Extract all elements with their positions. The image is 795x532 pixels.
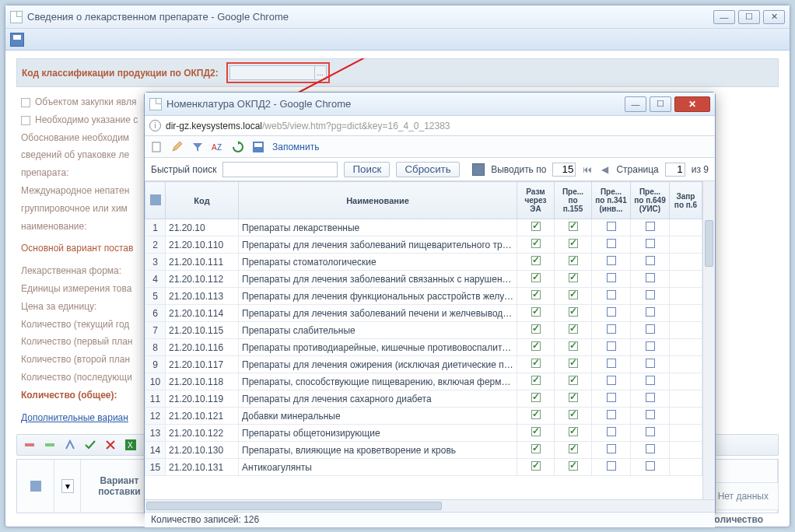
cell-p155[interactable] — [555, 442, 592, 459]
cell-p155[interactable] — [555, 322, 592, 339]
table-row[interactable]: 921.20.10.117Препараты для лечения ожире… — [145, 356, 715, 373]
save-layout-icon[interactable] — [252, 141, 264, 153]
cell-p341[interactable] — [592, 339, 631, 356]
perpage-input[interactable] — [552, 163, 576, 177]
reset-button[interactable]: Сбросить — [396, 162, 459, 177]
cell-p155[interactable] — [555, 356, 592, 373]
cell-p341[interactable] — [592, 425, 631, 442]
excel-icon[interactable]: X — [124, 439, 137, 451]
cell-ea[interactable] — [517, 459, 555, 476]
checkmark-icon[interactable] — [84, 439, 96, 451]
cell-p155[interactable] — [555, 271, 592, 288]
cell-zapr[interactable] — [670, 442, 702, 459]
checkbox[interactable] — [21, 98, 30, 107]
url[interactable]: dir-gz.keysystems.local/web5/view.htm?pg… — [166, 121, 450, 131]
delete-icon[interactable] — [104, 439, 117, 451]
cell-p341[interactable] — [592, 322, 631, 339]
table-row[interactable]: 1221.20.10.121Добавки минеральные — [145, 408, 715, 425]
cell-p341[interactable] — [592, 373, 631, 390]
close-button[interactable]: ✕ — [674, 96, 710, 112]
cell-p649[interactable] — [631, 305, 670, 322]
cell-p649[interactable] — [631, 425, 670, 442]
page-input[interactable] — [665, 163, 685, 177]
cell-ea[interactable] — [517, 254, 555, 271]
cell-p155[interactable] — [555, 373, 592, 390]
cell-p649[interactable] — [631, 322, 670, 339]
remember-link[interactable]: Запомнить — [272, 142, 319, 152]
cell-p649[interactable] — [631, 390, 670, 408]
cell-zapr[interactable] — [670, 271, 702, 288]
cell-p341[interactable] — [592, 390, 631, 408]
cell-ea[interactable] — [517, 408, 555, 425]
close-button[interactable]: ✕ — [763, 10, 785, 24]
table-row[interactable]: 621.20.10.114Препараты для лечения забол… — [145, 305, 715, 322]
filter-icon[interactable] — [191, 141, 204, 153]
cell-zapr[interactable] — [670, 339, 702, 356]
cell-ea[interactable] — [517, 390, 555, 408]
table-row[interactable]: 1421.20.10.130Препараты, влияющие на кро… — [145, 442, 715, 459]
tree-expand-icon[interactable] — [44, 439, 56, 451]
cell-ea[interactable] — [517, 305, 555, 322]
cell-zapr[interactable] — [670, 288, 702, 305]
cell-p155[interactable] — [555, 390, 592, 408]
cell-p155[interactable] — [555, 339, 592, 356]
table-row[interactable]: 1121.20.10.119Препараты для лечения саха… — [145, 390, 715, 408]
table-row[interactable]: 721.20.10.115Препараты слабительные — [145, 322, 715, 339]
cell-p341[interactable] — [592, 288, 631, 305]
cell-p341[interactable] — [592, 356, 631, 373]
cell-p649[interactable] — [631, 408, 670, 425]
checkbox[interactable] — [21, 116, 30, 125]
cell-ea[interactable] — [517, 373, 555, 390]
cell-zapr[interactable] — [670, 305, 702, 322]
page-first-button[interactable]: ⏮ — [582, 164, 593, 175]
cell-ea[interactable] — [517, 288, 555, 305]
edit-icon[interactable] — [171, 141, 184, 153]
cell-zapr[interactable] — [670, 373, 702, 390]
column-header-p341[interactable]: Пре... по п.341 (инв... — [592, 182, 631, 219]
cell-zapr[interactable] — [670, 459, 702, 476]
cell-ea[interactable] — [517, 442, 555, 459]
cell-zapr[interactable] — [670, 425, 702, 442]
cell-p649[interactable] — [631, 254, 670, 271]
minimize-button[interactable]: — — [625, 96, 646, 112]
table-row[interactable]: 521.20.10.113Препараты для лечения функц… — [145, 288, 715, 305]
sort-az-icon[interactable]: AZ — [212, 141, 224, 153]
minimize-button[interactable]: — — [713, 10, 735, 24]
maximize-button[interactable]: ☐ — [738, 10, 760, 24]
cell-p341[interactable] — [592, 219, 631, 236]
cell-ea[interactable] — [517, 322, 555, 339]
cell-zapr[interactable] — [670, 254, 702, 271]
table-row[interactable]: 421.20.10.112Препараты для лечения забол… — [145, 271, 715, 288]
cell-p155[interactable] — [555, 254, 592, 271]
cell-p649[interactable] — [631, 271, 670, 288]
cell-ea[interactable] — [517, 356, 555, 373]
cell-zapr[interactable] — [670, 236, 702, 254]
cell-p341[interactable] — [592, 271, 631, 288]
column-header-ea[interactable]: Разм через ЭА — [517, 182, 555, 219]
column-header-code[interactable]: Код — [166, 182, 239, 219]
cell-ea[interactable] — [517, 236, 555, 254]
cell-p155[interactable] — [555, 459, 592, 476]
cell-p649[interactable] — [631, 373, 670, 390]
cell-ea[interactable] — [517, 425, 555, 442]
cell-p341[interactable] — [592, 459, 631, 476]
cell-p341[interactable] — [592, 254, 631, 271]
table-row[interactable]: 221.20.10.110Препараты для лечения забол… — [145, 236, 715, 254]
grid-icon[interactable] — [30, 481, 41, 492]
search-button[interactable]: Поиск — [344, 162, 390, 177]
info-icon[interactable]: i — [149, 120, 161, 131]
table-row[interactable]: 321.20.10.111Препараты стоматологические — [145, 254, 715, 271]
cell-p649[interactable] — [631, 236, 670, 254]
okpd-input[interactable] — [229, 65, 315, 80]
tree-collapse-icon[interactable] — [23, 439, 36, 451]
page-prev-button[interactable]: ◀ — [599, 164, 610, 175]
cell-p341[interactable] — [592, 442, 631, 459]
column-header-p649[interactable]: Пре... по п.649 (УИС) — [631, 182, 670, 219]
table-row[interactable]: 1021.20.10.118Препараты, способствующие … — [145, 373, 715, 390]
cell-ea[interactable] — [517, 339, 555, 356]
cell-p341[interactable] — [592, 236, 631, 254]
maximize-button[interactable]: ☐ — [650, 96, 671, 112]
cell-p341[interactable] — [592, 408, 631, 425]
cell-zapr[interactable] — [670, 390, 702, 408]
cell-p341[interactable] — [592, 305, 631, 322]
